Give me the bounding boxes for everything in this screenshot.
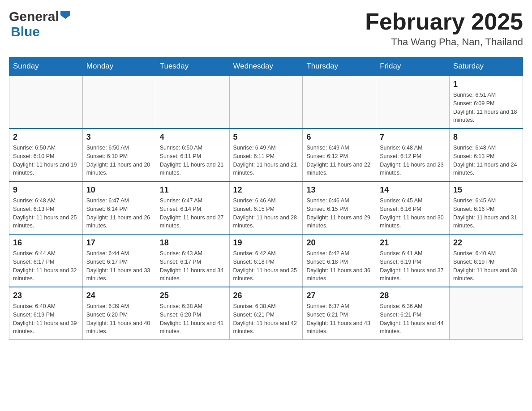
day-info: Sunrise: 6:42 AM Sunset: 6:18 PM Dayligh… xyxy=(306,249,372,283)
logo-general-text: General xyxy=(9,9,59,24)
calendar-cell xyxy=(229,76,303,128)
calendar-cell: 13Sunrise: 6:46 AM Sunset: 6:15 PM Dayli… xyxy=(303,181,376,234)
calendar-header-sunday: Sunday xyxy=(9,57,83,76)
day-number: 19 xyxy=(233,238,299,248)
page-header: General Blue February 2025 Tha Wang Pha,… xyxy=(9,9,523,48)
calendar-cell: 17Sunrise: 6:44 AM Sunset: 6:17 PM Dayli… xyxy=(82,234,156,287)
day-info: Sunrise: 6:44 AM Sunset: 6:17 PM Dayligh… xyxy=(13,249,79,283)
day-number: 22 xyxy=(453,238,519,248)
day-info: Sunrise: 6:48 AM Sunset: 6:13 PM Dayligh… xyxy=(13,197,79,230)
calendar-cell: 21Sunrise: 6:41 AM Sunset: 6:19 PM Dayli… xyxy=(376,234,450,287)
day-number: 4 xyxy=(160,133,226,142)
day-info: Sunrise: 6:48 AM Sunset: 6:12 PM Dayligh… xyxy=(380,144,446,177)
calendar-cell xyxy=(156,76,229,128)
calendar-table: SundayMondayTuesdayWednesdayThursdayFrid… xyxy=(9,57,523,340)
day-info: Sunrise: 6:50 AM Sunset: 6:10 PM Dayligh… xyxy=(13,144,79,177)
day-info: Sunrise: 6:36 AM Sunset: 6:21 PM Dayligh… xyxy=(380,302,446,336)
calendar-cell: 19Sunrise: 6:42 AM Sunset: 6:18 PM Dayli… xyxy=(229,234,303,287)
calendar-cell: 20Sunrise: 6:42 AM Sunset: 6:18 PM Dayli… xyxy=(303,234,376,287)
calendar-cell: 22Sunrise: 6:40 AM Sunset: 6:19 PM Dayli… xyxy=(450,234,523,287)
day-number: 28 xyxy=(380,291,446,300)
day-number: 8 xyxy=(453,133,519,142)
day-info: Sunrise: 6:50 AM Sunset: 6:10 PM Dayligh… xyxy=(86,144,152,177)
day-info: Sunrise: 6:49 AM Sunset: 6:11 PM Dayligh… xyxy=(233,144,299,177)
day-info: Sunrise: 6:41 AM Sunset: 6:19 PM Dayligh… xyxy=(380,249,446,283)
day-number: 6 xyxy=(306,133,372,142)
day-info: Sunrise: 6:38 AM Sunset: 6:20 PM Dayligh… xyxy=(160,302,226,336)
calendar-cell: 10Sunrise: 6:47 AM Sunset: 6:14 PM Dayli… xyxy=(82,181,156,234)
day-number: 3 xyxy=(86,133,152,142)
calendar-cell: 8Sunrise: 6:48 AM Sunset: 6:13 PM Daylig… xyxy=(450,128,523,181)
day-info: Sunrise: 6:45 AM Sunset: 6:16 PM Dayligh… xyxy=(453,197,519,230)
logo-icon xyxy=(60,11,70,21)
day-number: 18 xyxy=(160,238,226,248)
day-number: 21 xyxy=(380,238,446,248)
calendar-cell: 25Sunrise: 6:38 AM Sunset: 6:20 PM Dayli… xyxy=(156,287,229,340)
day-number: 15 xyxy=(453,185,519,195)
calendar-week-row-3: 9Sunrise: 6:48 AM Sunset: 6:13 PM Daylig… xyxy=(9,181,523,234)
day-number: 26 xyxy=(233,291,299,300)
calendar-cell: 23Sunrise: 6:40 AM Sunset: 6:19 PM Dayli… xyxy=(9,287,83,340)
calendar-cell: 14Sunrise: 6:45 AM Sunset: 6:16 PM Dayli… xyxy=(376,181,450,234)
calendar-cell: 3Sunrise: 6:50 AM Sunset: 6:10 PM Daylig… xyxy=(82,128,156,181)
calendar-week-row-1: 1Sunrise: 6:51 AM Sunset: 6:09 PM Daylig… xyxy=(9,76,523,128)
calendar-cell: 5Sunrise: 6:49 AM Sunset: 6:11 PM Daylig… xyxy=(229,128,303,181)
calendar-week-row-2: 2Sunrise: 6:50 AM Sunset: 6:10 PM Daylig… xyxy=(9,128,523,181)
calendar-cell: 7Sunrise: 6:48 AM Sunset: 6:12 PM Daylig… xyxy=(376,128,450,181)
calendar-cell: 6Sunrise: 6:49 AM Sunset: 6:12 PM Daylig… xyxy=(303,128,376,181)
calendar-cell: 18Sunrise: 6:43 AM Sunset: 6:17 PM Dayli… xyxy=(156,234,229,287)
day-info: Sunrise: 6:43 AM Sunset: 6:17 PM Dayligh… xyxy=(160,249,226,283)
day-number: 11 xyxy=(160,185,226,195)
day-number: 1 xyxy=(453,80,519,89)
calendar-cell: 16Sunrise: 6:44 AM Sunset: 6:17 PM Dayli… xyxy=(9,234,83,287)
calendar-cell xyxy=(9,76,83,128)
day-info: Sunrise: 6:47 AM Sunset: 6:14 PM Dayligh… xyxy=(160,197,226,230)
calendar-cell: 11Sunrise: 6:47 AM Sunset: 6:14 PM Dayli… xyxy=(156,181,229,234)
day-info: Sunrise: 6:40 AM Sunset: 6:19 PM Dayligh… xyxy=(453,249,519,283)
day-number: 17 xyxy=(86,238,152,248)
calendar-cell: 15Sunrise: 6:45 AM Sunset: 6:16 PM Dayli… xyxy=(450,181,523,234)
calendar-header-friday: Friday xyxy=(376,57,450,76)
day-info: Sunrise: 6:49 AM Sunset: 6:12 PM Dayligh… xyxy=(306,144,372,177)
title-block: February 2025 Tha Wang Pha, Nan, Thailan… xyxy=(365,9,523,48)
day-number: 25 xyxy=(160,291,226,300)
day-number: 9 xyxy=(13,185,79,195)
day-number: 20 xyxy=(306,238,372,248)
calendar-header-saturday: Saturday xyxy=(450,57,523,76)
day-number: 14 xyxy=(380,185,446,195)
calendar-cell: 4Sunrise: 6:50 AM Sunset: 6:11 PM Daylig… xyxy=(156,128,229,181)
calendar-header-wednesday: Wednesday xyxy=(229,57,303,76)
day-number: 23 xyxy=(13,291,79,300)
day-number: 5 xyxy=(233,133,299,142)
day-info: Sunrise: 6:40 AM Sunset: 6:19 PM Dayligh… xyxy=(13,302,79,336)
calendar-cell xyxy=(303,76,376,128)
logo: General Blue xyxy=(9,9,70,39)
day-info: Sunrise: 6:45 AM Sunset: 6:16 PM Dayligh… xyxy=(380,197,446,230)
day-number: 27 xyxy=(306,291,372,300)
calendar-header-row: SundayMondayTuesdayWednesdayThursdayFrid… xyxy=(9,57,523,76)
day-number: 7 xyxy=(380,133,446,142)
day-number: 2 xyxy=(13,133,79,142)
day-number: 16 xyxy=(13,238,79,248)
calendar-cell xyxy=(450,287,523,340)
calendar-header-thursday: Thursday xyxy=(303,57,376,76)
month-title: February 2025 xyxy=(365,9,523,34)
day-info: Sunrise: 6:46 AM Sunset: 6:15 PM Dayligh… xyxy=(233,197,299,230)
calendar-header-monday: Monday xyxy=(82,57,156,76)
day-info: Sunrise: 6:37 AM Sunset: 6:21 PM Dayligh… xyxy=(306,302,372,336)
calendar-header-tuesday: Tuesday xyxy=(156,57,229,76)
day-info: Sunrise: 6:51 AM Sunset: 6:09 PM Dayligh… xyxy=(453,91,519,124)
day-info: Sunrise: 6:47 AM Sunset: 6:14 PM Dayligh… xyxy=(86,197,152,230)
day-number: 12 xyxy=(233,185,299,195)
day-number: 24 xyxy=(86,291,152,300)
calendar-cell: 12Sunrise: 6:46 AM Sunset: 6:15 PM Dayli… xyxy=(229,181,303,234)
location-title: Tha Wang Pha, Nan, Thailand xyxy=(365,36,523,48)
calendar-cell: 9Sunrise: 6:48 AM Sunset: 6:13 PM Daylig… xyxy=(9,181,83,234)
calendar-cell xyxy=(376,76,450,128)
day-info: Sunrise: 6:38 AM Sunset: 6:21 PM Dayligh… xyxy=(233,302,299,336)
day-info: Sunrise: 6:48 AM Sunset: 6:13 PM Dayligh… xyxy=(453,144,519,177)
calendar-cell xyxy=(82,76,156,128)
day-number: 13 xyxy=(306,185,372,195)
calendar-week-row-5: 23Sunrise: 6:40 AM Sunset: 6:19 PM Dayli… xyxy=(9,287,523,340)
day-info: Sunrise: 6:50 AM Sunset: 6:11 PM Dayligh… xyxy=(160,144,226,177)
